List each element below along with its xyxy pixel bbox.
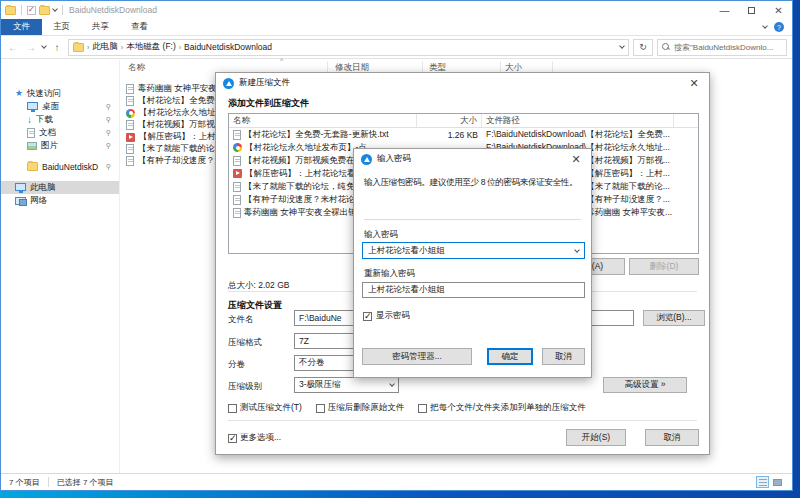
sidebar-item[interactable]: 文档 ⚲ xyxy=(1,126,119,139)
reenter-password-input[interactable]: 上村花论坛看小姐姐 xyxy=(362,282,585,298)
sidebar-item-label: 文档 xyxy=(39,127,56,139)
table-header-row: 名称 大小 文件路径 xyxy=(229,114,698,128)
qat-customize-chevron-icon[interactable] xyxy=(52,6,58,12)
status-bar: 7 个项目 已选择 7 个项目 xyxy=(1,473,792,490)
sidebar-item-label: 此电脑 xyxy=(30,182,56,194)
dialog-title-bar: 输入密码 ✕ xyxy=(354,149,591,169)
caption-buttons: — ✕ xyxy=(711,1,792,19)
breadcrumb[interactable]: › 此电脑›本地磁盘 (F:)›BaiduNetdiskDownload xyxy=(68,39,629,56)
minimize-button[interactable]: — xyxy=(711,1,738,19)
ribbon-tab[interactable]: 查看 xyxy=(120,19,159,35)
password-manager-button[interactable]: 密码管理器... xyxy=(362,348,472,365)
level-select[interactable]: 3-极限压缩 xyxy=(294,377,399,393)
table-row[interactable]: 【村花论坛】全免费-无套路-更新快.txt 1.26 KB F:\BaiduNe… xyxy=(229,128,698,141)
table-header-size[interactable]: 大小 xyxy=(417,114,482,127)
help-icon[interactable]: ? xyxy=(774,22,784,32)
table-header-name[interactable]: 名称 xyxy=(229,114,417,127)
file-icon xyxy=(126,96,134,106)
show-password-checkbox[interactable]: 显示密码 xyxy=(363,310,410,322)
search-input[interactable]: 搜索"BaiduNetdiskDownlo... xyxy=(657,39,787,56)
dialog-cancel-button[interactable]: 取消 xyxy=(542,348,585,365)
sidebar-item-icon: ★ xyxy=(15,89,23,98)
checkbox-icon xyxy=(418,404,427,413)
close-icon[interactable]: ✕ xyxy=(686,77,702,90)
more-options-checkbox[interactable]: 更多选项... xyxy=(228,432,281,444)
checkbox-icon xyxy=(228,404,237,413)
close-button[interactable]: ✕ xyxy=(765,1,792,19)
cancel-button[interactable]: 取消 xyxy=(645,429,699,446)
sidebar-item[interactable]: BaiduNetdiskD ⚲ xyxy=(1,160,119,173)
sidebar-item-icon xyxy=(27,142,37,150)
divider xyxy=(364,219,581,220)
column-header-name[interactable]: 名称 xyxy=(128,62,145,74)
ribbon-collapse-chevron-icon[interactable] xyxy=(762,23,768,29)
show-password-label: 显示密码 xyxy=(376,310,410,322)
new-folder-icon[interactable] xyxy=(39,6,50,15)
desktop: BaiduNetdiskDownload — ✕ 文件 主页共享查看 ? ← →… xyxy=(0,0,800,498)
sidebar-item[interactable]: 桌面 ⚲ xyxy=(1,100,119,113)
sidebar-item-label: 桌面 xyxy=(42,101,59,113)
sidebar-item-label: 图片 xyxy=(41,140,58,152)
details-view-button[interactable] xyxy=(756,476,769,488)
dialog-title: 输入密码 xyxy=(377,153,411,165)
breadcrumb-item[interactable]: BaiduNetdiskDownload xyxy=(184,42,272,52)
forward-button[interactable]: → xyxy=(24,42,38,53)
maximize-icon xyxy=(748,7,755,14)
selected-count: 已选择 7 个项目 xyxy=(57,477,114,488)
sidebar-item-icon xyxy=(15,197,26,205)
sidebar-item-label: 网络 xyxy=(30,195,47,207)
checkbox-label: 把每个文件/文件夹添加到单独的压缩文件 xyxy=(430,402,585,414)
close-icon[interactable]: ✕ xyxy=(568,153,584,166)
file-icon xyxy=(233,182,241,192)
password-input[interactable]: 上村花论坛看小姐姐 xyxy=(362,242,585,259)
up-button[interactable]: ↑ xyxy=(50,42,64,53)
option-checkboxes: 测试压缩文件(T) 压缩后删除原始文件 把每个文件/文件夹添加到单独的压缩文件 xyxy=(228,402,586,414)
breadcrumb-item[interactable]: 此电脑 xyxy=(92,41,118,53)
file-size: 1.26 KB xyxy=(417,130,482,140)
crumb-separator: › xyxy=(121,44,123,51)
history-chevron-icon[interactable] xyxy=(41,43,47,49)
sort-ascending-icon[interactable]: ^ xyxy=(280,57,283,64)
sidebar-item[interactable]: 此电脑 xyxy=(1,181,119,194)
password2-value: 上村花论坛看小姐姐 xyxy=(368,284,445,296)
browse-button[interactable]: 浏览(B)... xyxy=(643,310,705,326)
option-checkbox[interactable]: 测试压缩文件(T) xyxy=(228,402,302,414)
divider xyxy=(228,420,697,421)
bandizip-icon xyxy=(361,154,372,165)
tab-file[interactable]: 文件 xyxy=(1,19,42,35)
address-dropdown-chevron-icon[interactable] xyxy=(619,43,625,49)
file-icon xyxy=(233,195,241,205)
checkbox-icon xyxy=(228,434,237,443)
back-button[interactable]: ← xyxy=(6,42,20,53)
advanced-settings-button[interactable]: 高级设置 » xyxy=(603,377,687,393)
option-checkbox[interactable]: 压缩后删除原始文件 xyxy=(316,402,405,414)
file-icon xyxy=(126,109,135,118)
bandizip-icon xyxy=(223,78,234,89)
navigation-pane: ★ 快速访问 桌面 ⚲ ↓ 下载 ⚲ xyxy=(1,60,119,473)
ribbon-tab[interactable]: 共享 xyxy=(81,19,120,35)
delete-button[interactable]: 删除(D) xyxy=(629,258,699,275)
ok-button[interactable]: 确定 xyxy=(487,348,533,365)
divider xyxy=(21,5,22,15)
sidebar-item[interactable]: 网络 xyxy=(1,194,119,207)
format-value: 7Z xyxy=(299,336,309,346)
sidebar-item[interactable]: 图片 ⚲ xyxy=(1,139,119,152)
address-bar: ← → ↑ › 此电脑›本地磁盘 (F:)›BaiduNetdiskDownlo… xyxy=(1,36,792,59)
password-value: 上村花论坛看小姐姐 xyxy=(368,245,445,257)
dialog-title: 新建压缩文件 xyxy=(239,77,290,89)
breadcrumb-item[interactable]: 本地磁盘 (F:) xyxy=(126,41,176,53)
properties-icon[interactable] xyxy=(27,6,36,15)
sidebar-item[interactable]: ↓ 下载 ⚲ xyxy=(1,113,119,126)
table-header-path[interactable]: 文件路径 xyxy=(482,114,674,127)
option-checkbox[interactable]: 把每个文件/文件夹添加到单独的压缩文件 xyxy=(418,402,585,414)
start-button[interactable]: 开始(S) xyxy=(566,429,626,446)
chevron-down-icon[interactable] xyxy=(574,247,580,253)
ribbon-tab[interactable]: 主页 xyxy=(42,19,81,35)
refresh-button[interactable]: ↻ xyxy=(633,39,653,56)
password-hint-text: 输入压缩包密码。建议使用至少 8 位的密码来保证安全性。 xyxy=(364,177,585,189)
sidebar-item-icon xyxy=(27,128,35,138)
maximize-button[interactable] xyxy=(738,1,765,19)
thumbnail-view-button[interactable] xyxy=(771,476,784,488)
sidebar-item[interactable]: ★ 快速访问 xyxy=(1,87,119,100)
window-folder-icon xyxy=(5,6,16,15)
